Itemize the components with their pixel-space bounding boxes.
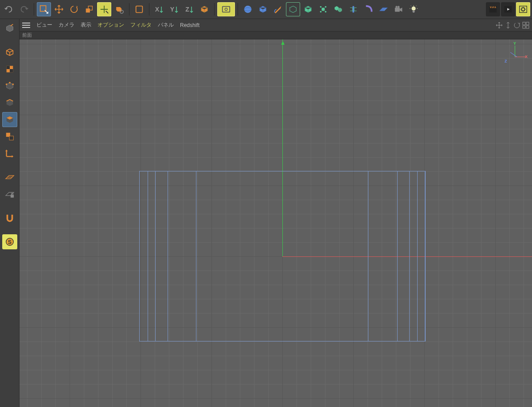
lock-x-axis[interactable]: X bbox=[152, 2, 166, 16]
workplane[interactable] bbox=[2, 170, 17, 185]
rotate-tool[interactable] bbox=[67, 2, 81, 16]
svg-rect-6 bbox=[223, 7, 230, 12]
svg-rect-37 bbox=[523, 26, 525, 28]
edge-mode[interactable] bbox=[2, 95, 17, 110]
viewport-panel: ビュー カメラ 表示 オプション フィルタ パネル Redshift 前面 bbox=[20, 19, 532, 407]
symmetry[interactable] bbox=[346, 2, 360, 16]
lock-z-axis[interactable]: Z bbox=[182, 2, 196, 16]
svg-rect-38 bbox=[526, 26, 529, 28]
menu-redshift[interactable]: Redshift bbox=[180, 22, 200, 28]
tweak-tool[interactable] bbox=[97, 2, 111, 16]
solo-mode[interactable]: S bbox=[2, 234, 17, 249]
gizmo-x-label: X bbox=[525, 54, 528, 59]
separator bbox=[34, 3, 34, 16]
svg-rect-30 bbox=[9, 136, 13, 140]
viewport-menu-bar: ビュー カメラ 表示 オプション フィルタ パネル Redshift bbox=[20, 19, 532, 31]
last-tool[interactable] bbox=[132, 2, 146, 16]
top-toolbar: X Y Z bbox=[0, 0, 532, 19]
redo-button[interactable] bbox=[17, 2, 31, 16]
svg-point-13 bbox=[320, 11, 322, 13]
subdivision-generator[interactable] bbox=[286, 2, 300, 16]
camera-object[interactable] bbox=[391, 2, 406, 16]
svg-point-26 bbox=[5, 84, 7, 85]
separator bbox=[149, 3, 149, 16]
live-select-tool[interactable] bbox=[37, 2, 51, 16]
model-mode[interactable] bbox=[2, 45, 17, 60]
svg-point-14 bbox=[325, 11, 327, 13]
render-region[interactable] bbox=[217, 2, 235, 16]
spline-pen[interactable] bbox=[271, 2, 285, 16]
svg-rect-15 bbox=[395, 8, 400, 12]
svg-rect-25 bbox=[10, 69, 13, 72]
light-object[interactable] bbox=[407, 2, 421, 16]
make-editable[interactable] bbox=[2, 21, 17, 36]
menu-display[interactable]: 表示 bbox=[81, 21, 91, 29]
svg-point-27 bbox=[9, 82, 11, 84]
sphere-primitive[interactable] bbox=[241, 2, 255, 16]
axis-gizmo[interactable]: Y X Z bbox=[504, 46, 526, 68]
gizmo-y-label: Y bbox=[513, 41, 516, 46]
svg-point-18 bbox=[411, 7, 415, 11]
svg-rect-36 bbox=[526, 22, 529, 25]
svg-rect-24 bbox=[6, 66, 9, 69]
viewport-3d[interactable]: Y X Z bbox=[20, 39, 532, 407]
svg-point-8 bbox=[244, 6, 252, 13]
render-settings[interactable] bbox=[516, 2, 530, 16]
scale-tool[interactable] bbox=[82, 2, 96, 16]
point-mode[interactable] bbox=[2, 78, 17, 93]
move-tool[interactable] bbox=[52, 2, 66, 16]
svg-point-1 bbox=[71, 6, 78, 13]
play-render[interactable] bbox=[501, 2, 515, 16]
menu-camera[interactable]: カメラ bbox=[59, 21, 74, 29]
separator bbox=[129, 3, 129, 16]
cube-primitive[interactable] bbox=[256, 2, 270, 16]
viewport-name: 前面 bbox=[22, 32, 32, 38]
menu-view[interactable]: ビュー bbox=[36, 21, 52, 29]
lock-y-axis[interactable]: Y bbox=[167, 2, 181, 16]
svg-rect-5 bbox=[136, 6, 143, 13]
bend-deformer[interactable] bbox=[361, 2, 376, 16]
svg-point-28 bbox=[12, 84, 14, 85]
view-rotate-icon[interactable] bbox=[513, 22, 520, 29]
svg-rect-19 bbox=[489, 8, 497, 12]
separator bbox=[214, 3, 215, 16]
cloner[interactable] bbox=[331, 2, 345, 16]
menu-filter[interactable]: フィルタ bbox=[130, 21, 152, 29]
viewport-menu-icon[interactable] bbox=[22, 23, 30, 28]
undo-button[interactable] bbox=[2, 2, 16, 16]
svg-point-11 bbox=[320, 6, 322, 8]
svg-point-16 bbox=[395, 6, 398, 8]
workplane-lock[interactable] bbox=[2, 186, 17, 202]
svg-text:S: S bbox=[8, 239, 12, 245]
menu-options[interactable]: オプション bbox=[98, 21, 124, 29]
svg-rect-31 bbox=[10, 195, 13, 198]
svg-point-17 bbox=[398, 6, 400, 8]
texture-mode[interactable] bbox=[2, 62, 17, 77]
view-move-icon[interactable] bbox=[496, 22, 503, 29]
svg-point-34 bbox=[514, 23, 520, 28]
svg-point-7 bbox=[225, 8, 227, 11]
extrude-generator[interactable] bbox=[301, 2, 315, 16]
snap-toggle[interactable] bbox=[2, 210, 17, 225]
svg-rect-35 bbox=[523, 22, 525, 25]
svg-point-22 bbox=[521, 8, 524, 11]
selected-object-wireframe[interactable] bbox=[139, 171, 425, 341]
take-clapper[interactable] bbox=[486, 2, 500, 16]
svg-rect-2 bbox=[86, 8, 90, 12]
view-zoom-icon[interactable] bbox=[505, 22, 512, 29]
view-layout-icon[interactable] bbox=[522, 22, 529, 29]
menu-panel[interactable]: パネル bbox=[158, 21, 174, 29]
svg-point-12 bbox=[325, 6, 327, 8]
polygon-mode[interactable] bbox=[2, 112, 17, 127]
deformer[interactable] bbox=[316, 2, 330, 16]
side-toolbar: S bbox=[0, 19, 20, 407]
viewport-label: 前面 bbox=[20, 31, 532, 39]
axis-mode[interactable] bbox=[2, 146, 17, 161]
coord-system[interactable] bbox=[197, 2, 211, 16]
parametric-tool[interactable] bbox=[112, 2, 126, 16]
uv-mode[interactable] bbox=[2, 129, 17, 144]
gizmo-z-label: Z bbox=[505, 59, 507, 63]
floor-object[interactable] bbox=[376, 2, 391, 16]
separator bbox=[238, 3, 238, 16]
